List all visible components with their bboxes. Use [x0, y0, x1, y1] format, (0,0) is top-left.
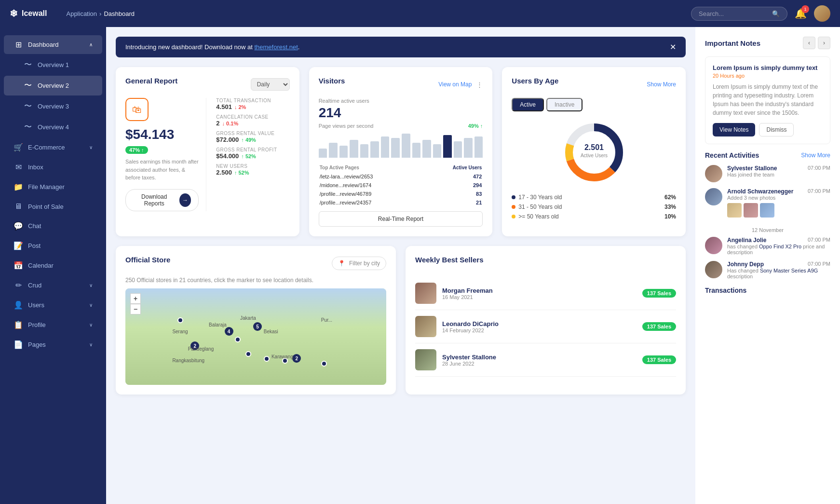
chat-icon: 💬	[14, 221, 23, 231]
sidebar-label-post: Post	[28, 242, 93, 249]
leonardo-info: Leonardo DiCaprio 14 February 2022	[442, 320, 637, 333]
age-legend: 17 - 30 Years old 62% 31 - 50 Years old …	[512, 192, 676, 221]
bar-5	[370, 141, 379, 158]
angelina-activity-name: Angelina Jolie	[727, 237, 766, 244]
morgan-sales-badge: 137 Sales	[642, 289, 676, 298]
sidebar-label-dashboard: Dashboard	[28, 41, 84, 48]
dismiss-button[interactable]: Dismiss	[759, 123, 794, 136]
notes-prev-button[interactable]: ‹	[803, 37, 815, 49]
banner-link[interactable]: themeforest.net	[254, 43, 298, 51]
age-show-more-link[interactable]: Show More	[647, 81, 676, 88]
sidebar-item-users[interactable]: 👤 Users ∨	[4, 296, 102, 314]
sidebar-item-file-manager[interactable]: 📁 File Manager	[4, 177, 102, 196]
sidebar-item-overview1[interactable]: 〜 Overview 1	[4, 55, 102, 75]
arnold-activity-info: Arnold Schwarzenegger 07:00 PM Added 3 n…	[727, 188, 830, 218]
legend-dot-50plus	[512, 215, 515, 218]
page-url-1: /midone...review/1674	[320, 181, 424, 189]
johnny-activity-avatar	[705, 261, 722, 278]
map-pin-4[interactable]: 2	[292, 354, 301, 363]
report-percent-badge: 47% ↑	[125, 146, 148, 154]
map-pin-2[interactable]: 4	[225, 327, 233, 336]
user-avatar[interactable]	[814, 5, 830, 22]
sidebar-item-inbox[interactable]: ✉ Inbox	[4, 158, 102, 177]
users-by-age-card: Users By Age Show More Active Inactive	[502, 67, 686, 236]
sidebar-item-ecommerce[interactable]: 🛒 E-Commerce ∨	[4, 138, 102, 157]
general-report-card: General Report Daily Weekly Monthly 🛍 $5…	[116, 67, 299, 236]
crud-chevron-icon: ∨	[89, 283, 93, 288]
map-pin-dot-6[interactable]	[321, 361, 327, 367]
activities-show-more[interactable]: Show More	[801, 152, 830, 159]
sidebar-item-overview2[interactable]: 〜 Overview 2	[4, 76, 102, 95]
note-title: Lorem Ipsum is simply dummy text	[713, 64, 823, 71]
report-description: Sales earnings this month after associat…	[125, 158, 199, 182]
search-box[interactable]: 🔍	[691, 7, 787, 21]
general-report-filter[interactable]: Daily Weekly Monthly	[251, 78, 290, 91]
app-body: ⊞ Dashboard ∧ 〜 Overview 1 〜 Overview 2 …	[0, 27, 840, 504]
realtime-label: Realtime active users	[319, 98, 483, 104]
arnold-photo-1	[727, 203, 742, 218]
sidebar-label-ecommerce: E-Commerce	[28, 144, 84, 151]
pages-icon: 📄	[14, 340, 23, 349]
legend-dot-3150	[512, 205, 515, 209]
morgan-avatar	[415, 283, 436, 304]
angelina-activity-avatar	[705, 237, 722, 254]
view-on-map-link[interactable]: View on Map	[438, 81, 472, 88]
breadcrumb: Application › Dashboard	[66, 10, 135, 17]
bar-6	[381, 136, 390, 158]
sidebar-item-overview3[interactable]: 〜 Overview 3	[4, 96, 102, 116]
map-pin-dot-3[interactable]	[245, 351, 251, 357]
notes-next-button[interactable]: ›	[818, 37, 830, 49]
crud-icon: ✏	[14, 281, 23, 290]
logo[interactable]: ❄ Icewall	[10, 8, 47, 19]
weekly-best-sellers-card: Weekly Best Sellers Morgan Freeman 16 Ma…	[406, 246, 686, 395]
view-notes-button[interactable]: View Notes	[713, 123, 755, 136]
sidebar-item-profile[interactable]: 📋 Profile ∨	[4, 315, 102, 334]
age-tab-inactive[interactable]: Inactive	[546, 98, 583, 111]
ecommerce-icon: 🛒	[14, 143, 23, 152]
notification-bell[interactable]: 🔔 1	[795, 8, 807, 19]
file-manager-icon: 📁	[14, 182, 23, 191]
download-reports-button[interactable]: Download Reports →	[125, 189, 199, 211]
realtime-report-button[interactable]: Real-Time Report	[319, 211, 483, 227]
age-legend-item-1730: 17 - 30 Years old 62%	[512, 192, 676, 202]
visitor-count: 214	[319, 105, 483, 121]
page-url-2: /profile...review/46789	[320, 190, 424, 198]
visitors-menu-icon[interactable]: ⋮	[476, 81, 483, 88]
map-pin-dot-2[interactable]	[235, 337, 241, 342]
map-pin-dot-4[interactable]	[264, 356, 270, 362]
sidebar-item-overview4[interactable]: 〜 Overview 4	[4, 117, 102, 137]
nav-right: 🔍 🔔 1	[691, 5, 830, 22]
report-amount: $54.143	[125, 127, 199, 142]
banner-close-button[interactable]: ✕	[670, 42, 676, 52]
seller-item-leonardo: Leonardo DiCaprio 14 February 2022 137 S…	[415, 310, 676, 343]
report-icon-box: 🛍	[125, 98, 149, 121]
map-zoom-out-button[interactable]: −	[130, 304, 141, 314]
map-pin-dot-1[interactable]	[177, 317, 183, 323]
visitors-header: Visitors View on Map ⋮	[319, 77, 483, 92]
page-users-0: 472	[425, 173, 482, 180]
bar-9	[412, 143, 421, 158]
sidebar-label-inbox: Inbox	[28, 163, 93, 171]
age-tab-active[interactable]: Active	[512, 98, 544, 111]
recent-activities-title: Recent Activities	[705, 151, 759, 159]
sidebar-item-chat[interactable]: 💬 Chat	[4, 217, 102, 235]
dashboard-chevron-icon: ∧	[89, 42, 93, 47]
sidebar-item-crud[interactable]: ✏ Crud ∨	[4, 276, 102, 295]
sidebar-item-dashboard[interactable]: ⊞ Dashboard ∧	[4, 35, 102, 54]
search-input[interactable]	[699, 10, 768, 17]
sidebar-item-pages[interactable]: 📄 Pages ∨	[4, 335, 102, 354]
filter-by-city-input[interactable]: 📍 Filter by city	[332, 257, 386, 270]
map-controls: + −	[130, 293, 141, 314]
notes-nav-arrows: ‹ ›	[803, 37, 830, 49]
sidebar-item-calendar[interactable]: 📅 Calendar	[4, 256, 102, 275]
sidebar-item-post[interactable]: 📝 Post	[4, 236, 102, 255]
map-pin-3[interactable]: 5	[253, 322, 262, 331]
map-zoom-in-button[interactable]: +	[130, 293, 141, 304]
age-card-header: Users By Age Show More	[512, 77, 676, 92]
sidebar-item-point-of-sale[interactable]: 🖥 Point of Sale	[4, 197, 102, 216]
donut-chart: 2.501 Active Users	[560, 119, 628, 188]
stat-gross-rental-profit: GROSS RENTAL PROFIT $54.000 ↑ 52%	[216, 147, 289, 160]
logo-icon: ❄	[10, 8, 18, 19]
bar-1	[329, 143, 338, 158]
page-url-0: /letz-lara...review/2653	[320, 173, 424, 180]
